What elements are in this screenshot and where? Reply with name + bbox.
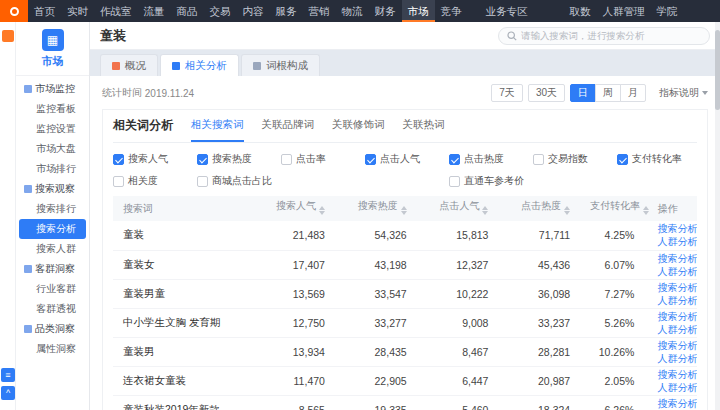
sidebar-item[interactable]: 监控看板	[19, 99, 86, 119]
table-column-header[interactable]: 支付转化率	[580, 196, 644, 221]
nav-item[interactable]: 作战室	[94, 0, 138, 22]
metric-checkbox[interactable]: 相关度	[113, 174, 193, 188]
row-action-link[interactable]: 搜索分析	[657, 368, 687, 381]
checkbox-icon	[197, 154, 208, 165]
subtab[interactable]: 相关搜索词	[191, 118, 244, 142]
metric-checkbox[interactable]: 交易指数	[533, 152, 613, 166]
cell-actions: 搜索分析人群分析	[644, 337, 697, 366]
row-action-link[interactable]: 人群分析	[657, 294, 687, 307]
feedback-button[interactable]: ≡	[1, 368, 15, 382]
subtab[interactable]: 关联热词	[403, 118, 445, 142]
row-action-link[interactable]: 搜索分析	[657, 397, 687, 410]
metric-checkbox[interactable]: 点击率	[281, 152, 361, 166]
app-window: 首页实时作战室流量商品交易内容服务营销物流财务市场竞争业务专区取数人群管理学院 …	[0, 0, 720, 410]
metric-checkbox[interactable]: 支付转化率	[617, 152, 697, 166]
table-row: 童装男童13,56933,54710,22236,0987.27%搜索分析人群分…	[113, 279, 697, 308]
back-to-top-button[interactable]: ^	[1, 386, 15, 400]
table-body: 童装21,48354,32615,81371,7114.25%搜索分析人群分析童…	[113, 221, 697, 410]
sidebar-section[interactable]: 客群洞察	[19, 259, 86, 279]
content-header: 童装	[90, 22, 720, 50]
metric-checkbox[interactable]: 点击人气	[365, 152, 445, 166]
cell-keyword: 童装女	[113, 250, 253, 279]
market-module-icon: ▦	[42, 29, 64, 51]
nav-item[interactable]: 内容	[237, 0, 270, 22]
row-action-link[interactable]: 人群分析	[657, 265, 687, 278]
sidebar-section[interactable]: 品类洞察	[19, 319, 86, 339]
menu-section-icon	[24, 85, 32, 93]
nav-item[interactable]: 物流	[336, 0, 369, 22]
table-column-header[interactable]: 点击热度	[498, 196, 580, 221]
sidebar-item[interactable]: 客群透视	[19, 299, 86, 319]
subtab[interactable]: 关联品牌词	[262, 118, 315, 142]
nav-item[interactable]: 业务专区	[480, 0, 534, 22]
table-column-header: 操作	[644, 196, 697, 221]
row-action-link[interactable]: 搜索分析	[657, 310, 687, 323]
sidebar-item[interactable]: 搜索排行	[19, 199, 86, 219]
nav-item[interactable]: 交易	[204, 0, 237, 22]
search-icon	[507, 31, 517, 41]
nav-item[interactable]: 服务	[270, 0, 303, 22]
sidebar-home[interactable]: ▦ 市场	[16, 22, 89, 76]
nav-item[interactable]: 首页	[28, 0, 61, 22]
range-button[interactable]: 7天	[491, 84, 523, 102]
range-button[interactable]: 30天	[528, 84, 565, 102]
sidebar-item[interactable]: 搜索人群	[19, 239, 86, 259]
nav-item[interactable]: 市场	[402, 0, 435, 22]
sidebar-section[interactable]: 市场监控	[19, 79, 86, 99]
row-action-link[interactable]: 人群分析	[657, 352, 687, 365]
nav-item[interactable]: 财务	[369, 0, 402, 22]
row-action-link[interactable]: 搜索分析	[657, 252, 687, 265]
analysis-tab[interactable]: 词根构成	[241, 54, 320, 76]
table-header-row: 搜索词搜索人气搜索热度点击人气点击热度支付转化率操作	[113, 196, 697, 221]
row-action-link[interactable]: 人群分析	[657, 381, 687, 394]
sidebar-item[interactable]: 监控设置	[19, 119, 86, 139]
analysis-tab[interactable]: 相关分析	[160, 54, 239, 76]
row-action-link[interactable]: 搜索分析	[657, 281, 687, 294]
metric-checkbox[interactable]: 点击热度	[449, 152, 529, 166]
sidebar-item[interactable]: 市场大盘	[19, 139, 86, 159]
scrollbar-thumb[interactable]	[715, 30, 720, 110]
sidebar-item[interactable]: 属性洞察	[19, 339, 86, 359]
nav-item[interactable]: 商品	[171, 0, 204, 22]
table-column-header[interactable]: 搜索热度	[335, 196, 417, 221]
keyword-search-box[interactable]	[498, 27, 710, 45]
sidebar-item[interactable]: 市场排行	[19, 159, 86, 179]
sidebar-item[interactable]: 搜索分析	[19, 219, 86, 239]
range-buttons: 7天30天	[491, 84, 565, 102]
row-action-link[interactable]: 人群分析	[657, 235, 687, 248]
nav-item[interactable]: 人群管理	[597, 0, 651, 22]
granularity-button[interactable]: 月	[620, 84, 646, 102]
analysis-tab[interactable]: 概况	[100, 54, 158, 76]
promo-badge[interactable]	[2, 30, 14, 42]
row-action-link[interactable]: 搜索分析	[657, 339, 687, 352]
metrics-help-link[interactable]: 指标说明	[659, 86, 708, 100]
table-column-header[interactable]: 点击人气	[417, 196, 499, 221]
metric-checkbox[interactable]: 直通车参考价	[449, 174, 529, 188]
table-column-header[interactable]: 搜索人气	[253, 196, 335, 221]
nav-item[interactable]: 取数	[564, 0, 597, 22]
metric-checkbox[interactable]: 商城点击占比	[197, 174, 277, 188]
metric-checkbox[interactable]: 搜索热度	[197, 152, 277, 166]
nav-item[interactable]: 营销	[303, 0, 336, 22]
subtab[interactable]: 关联修饰词	[332, 118, 385, 142]
nav-item[interactable]: 学院	[651, 0, 684, 22]
metric-checkbox[interactable]: 搜索人气	[113, 152, 193, 166]
body-row: ≡ ^ ▦ 市场 市场监控监控看板监控设置市场大盘市场排行搜索观察搜索排行搜索分…	[0, 22, 720, 410]
row-action-link[interactable]: 人群分析	[657, 323, 687, 336]
row-action-link[interactable]: 搜索分析	[657, 222, 687, 235]
stats-time-label: 统计时间	[102, 86, 142, 100]
section-header-row: 相关词分析 相关搜索词关联品牌词关联修饰词关联热词	[113, 110, 697, 143]
nav-item[interactable]: 流量	[138, 0, 171, 22]
granularity-button[interactable]: 日	[570, 84, 596, 102]
app-logo[interactable]	[0, 0, 28, 22]
search-input[interactable]	[521, 30, 701, 41]
sort-icon	[482, 203, 488, 218]
nav-item[interactable]: 实时	[61, 0, 94, 22]
sidebar-item[interactable]: 行业客群	[19, 279, 86, 299]
sort-icon	[564, 203, 570, 218]
vertical-scrollbar[interactable]	[715, 22, 720, 410]
table-row: 童装男13,93428,4358,46728,28110.26%搜索分析人群分析	[113, 337, 697, 366]
sidebar-section[interactable]: 搜索观察	[19, 179, 86, 199]
granularity-button[interactable]: 周	[595, 84, 621, 102]
nav-item[interactable]: 竞争	[435, 0, 468, 22]
